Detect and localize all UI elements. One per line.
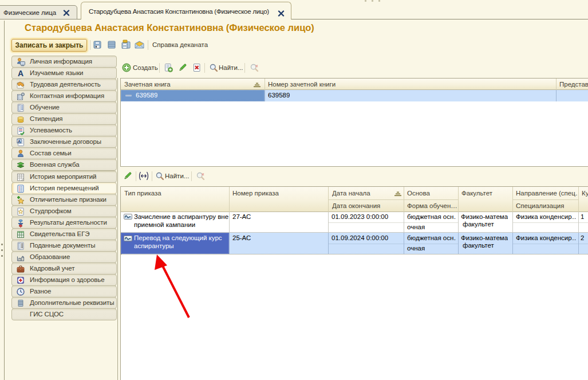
svg-text:A: A <box>18 139 21 143</box>
svg-text:А: А <box>18 69 23 78</box>
